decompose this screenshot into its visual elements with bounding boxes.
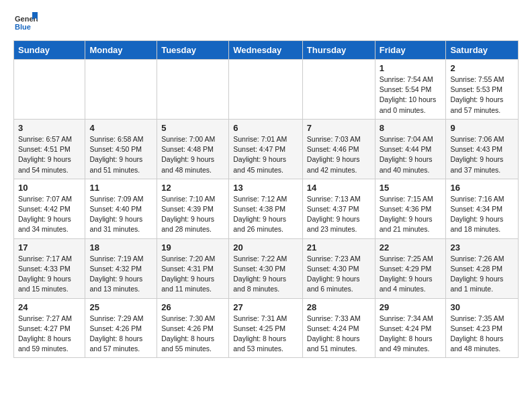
calendar-cell: [157, 60, 229, 120]
day-info: Sunrise: 7:26 AM Sunset: 4:28 PM Dayligh…: [450, 254, 514, 295]
day-number: 28: [307, 302, 371, 312]
weekday-header-saturday: Saturday: [446, 41, 519, 60]
calendar-cell: 12Sunrise: 7:10 AM Sunset: 4:39 PM Dayli…: [157, 179, 229, 238]
calendar-cell: 7Sunrise: 7:03 AM Sunset: 4:46 PM Daylig…: [302, 119, 375, 179]
calendar-cell: 22Sunrise: 7:25 AM Sunset: 4:29 PM Dayli…: [375, 238, 446, 298]
weekday-header-thursday: Thursday: [302, 41, 375, 60]
calendar-cell: 3Sunrise: 6:57 AM Sunset: 4:51 PM Daylig…: [14, 119, 85, 179]
calendar-cell: 30Sunrise: 7:35 AM Sunset: 4:23 PM Dayli…: [446, 298, 519, 358]
calendar-cell: 6Sunrise: 7:01 AM Sunset: 4:47 PM Daylig…: [229, 119, 303, 179]
calendar: SundayMondayTuesdayWednesdayThursdayFrid…: [13, 40, 519, 358]
calendar-cell: 11Sunrise: 7:09 AM Sunset: 4:40 PM Dayli…: [85, 179, 157, 238]
day-info: Sunrise: 7:15 AM Sunset: 4:36 PM Dayligh…: [380, 194, 442, 235]
day-number: 16: [450, 183, 514, 193]
day-number: 4: [89, 123, 152, 133]
weekday-header-friday: Friday: [375, 41, 446, 60]
day-number: 3: [18, 123, 81, 133]
day-number: 24: [18, 302, 81, 312]
day-info: Sunrise: 7:25 AM Sunset: 4:29 PM Dayligh…: [380, 254, 442, 295]
calendar-week-4: 17Sunrise: 7:17 AM Sunset: 4:33 PM Dayli…: [14, 238, 519, 298]
day-info: Sunrise: 7:16 AM Sunset: 4:34 PM Dayligh…: [450, 194, 514, 235]
calendar-cell: 4Sunrise: 6:58 AM Sunset: 4:50 PM Daylig…: [85, 119, 157, 179]
calendar-cell: 5Sunrise: 7:00 AM Sunset: 4:48 PM Daylig…: [157, 119, 229, 179]
day-info: Sunrise: 7:13 AM Sunset: 4:37 PM Dayligh…: [307, 194, 371, 235]
day-number: 20: [233, 242, 298, 253]
day-info: Sunrise: 7:07 AM Sunset: 4:42 PM Dayligh…: [18, 194, 81, 235]
calendar-cell: [229, 60, 303, 120]
day-number: 18: [89, 242, 152, 253]
day-number: 11: [89, 183, 152, 193]
weekday-header-monday: Monday: [85, 41, 157, 60]
calendar-cell: 16Sunrise: 7:16 AM Sunset: 4:34 PM Dayli…: [446, 179, 519, 238]
day-info: Sunrise: 7:20 AM Sunset: 4:31 PM Dayligh…: [161, 254, 224, 295]
day-number: 5: [161, 123, 224, 133]
day-number: 9: [450, 123, 514, 133]
calendar-cell: 21Sunrise: 7:23 AM Sunset: 4:30 PM Dayli…: [302, 238, 375, 298]
calendar-week-5: 24Sunrise: 7:27 AM Sunset: 4:27 PM Dayli…: [14, 298, 519, 358]
day-number: 1: [380, 63, 442, 73]
day-number: 12: [161, 183, 224, 193]
day-number: 21: [307, 242, 371, 253]
day-info: Sunrise: 7:33 AM Sunset: 4:24 PM Dayligh…: [307, 314, 371, 355]
day-number: 14: [307, 183, 371, 193]
logo: General Blue: [13, 11, 40, 35]
day-info: Sunrise: 7:17 AM Sunset: 4:33 PM Dayligh…: [18, 254, 81, 295]
weekday-header-row: SundayMondayTuesdayWednesdayThursdayFrid…: [14, 41, 519, 60]
day-info: Sunrise: 7:09 AM Sunset: 4:40 PM Dayligh…: [89, 194, 152, 235]
day-info: Sunrise: 7:04 AM Sunset: 4:44 PM Dayligh…: [380, 134, 442, 175]
day-info: Sunrise: 7:29 AM Sunset: 4:26 PM Dayligh…: [89, 314, 152, 355]
calendar-cell: 1Sunrise: 7:54 AM Sunset: 5:54 PM Daylig…: [375, 60, 446, 120]
day-number: 8: [380, 123, 442, 133]
day-number: 25: [89, 302, 152, 312]
calendar-cell: 23Sunrise: 7:26 AM Sunset: 4:28 PM Dayli…: [446, 238, 519, 298]
day-info: Sunrise: 7:31 AM Sunset: 4:25 PM Dayligh…: [233, 314, 298, 355]
day-info: Sunrise: 7:01 AM Sunset: 4:47 PM Dayligh…: [233, 134, 298, 175]
weekday-header-tuesday: Tuesday: [157, 41, 229, 60]
calendar-cell: [14, 60, 85, 120]
calendar-cell: 27Sunrise: 7:31 AM Sunset: 4:25 PM Dayli…: [229, 298, 303, 358]
weekday-header-wednesday: Wednesday: [229, 41, 303, 60]
day-info: Sunrise: 7:27 AM Sunset: 4:27 PM Dayligh…: [18, 314, 81, 355]
day-info: Sunrise: 7:12 AM Sunset: 4:38 PM Dayligh…: [233, 194, 298, 235]
weekday-header-sunday: Sunday: [14, 41, 85, 60]
calendar-cell: 9Sunrise: 7:06 AM Sunset: 4:43 PM Daylig…: [446, 119, 519, 179]
day-info: Sunrise: 7:06 AM Sunset: 4:43 PM Dayligh…: [450, 134, 514, 175]
day-number: 17: [18, 242, 81, 253]
day-info: Sunrise: 7:10 AM Sunset: 4:39 PM Dayligh…: [161, 194, 224, 235]
calendar-week-1: 1Sunrise: 7:54 AM Sunset: 5:54 PM Daylig…: [14, 60, 519, 120]
calendar-cell: 8Sunrise: 7:04 AM Sunset: 4:44 PM Daylig…: [375, 119, 446, 179]
calendar-cell: 26Sunrise: 7:30 AM Sunset: 4:26 PM Dayli…: [157, 298, 229, 358]
day-number: 30: [450, 302, 514, 312]
day-number: 10: [18, 183, 81, 193]
calendar-cell: 14Sunrise: 7:13 AM Sunset: 4:37 PM Dayli…: [302, 179, 375, 238]
day-number: 29: [380, 302, 442, 312]
calendar-cell: 10Sunrise: 7:07 AM Sunset: 4:42 PM Dayli…: [14, 179, 85, 238]
day-number: 23: [450, 242, 514, 253]
day-info: Sunrise: 7:30 AM Sunset: 4:26 PM Dayligh…: [161, 314, 224, 355]
day-info: Sunrise: 7:54 AM Sunset: 5:54 PM Dayligh…: [380, 75, 442, 116]
day-info: Sunrise: 7:22 AM Sunset: 4:30 PM Dayligh…: [233, 254, 298, 295]
day-number: 2: [450, 63, 514, 73]
day-number: 7: [307, 123, 371, 133]
day-number: 22: [380, 242, 442, 253]
calendar-cell: [302, 60, 375, 120]
day-info: Sunrise: 6:58 AM Sunset: 4:50 PM Dayligh…: [89, 134, 152, 175]
day-info: Sunrise: 7:19 AM Sunset: 4:32 PM Dayligh…: [89, 254, 152, 295]
calendar-cell: 17Sunrise: 7:17 AM Sunset: 4:33 PM Dayli…: [14, 238, 85, 298]
calendar-cell: 25Sunrise: 7:29 AM Sunset: 4:26 PM Dayli…: [85, 298, 157, 358]
page: General Blue SundayMondayTuesdayWednesda…: [0, 0, 532, 369]
day-info: Sunrise: 7:00 AM Sunset: 4:48 PM Dayligh…: [161, 134, 224, 175]
calendar-cell: 24Sunrise: 7:27 AM Sunset: 4:27 PM Dayli…: [14, 298, 85, 358]
calendar-cell: 18Sunrise: 7:19 AM Sunset: 4:32 PM Dayli…: [85, 238, 157, 298]
day-number: 13: [233, 183, 298, 193]
day-info: Sunrise: 7:23 AM Sunset: 4:30 PM Dayligh…: [307, 254, 371, 295]
day-info: Sunrise: 7:03 AM Sunset: 4:46 PM Dayligh…: [307, 134, 371, 175]
calendar-cell: 20Sunrise: 7:22 AM Sunset: 4:30 PM Dayli…: [229, 238, 303, 298]
day-number: 26: [161, 302, 224, 312]
day-info: Sunrise: 7:35 AM Sunset: 4:23 PM Dayligh…: [450, 314, 514, 355]
calendar-cell: 28Sunrise: 7:33 AM Sunset: 4:24 PM Dayli…: [302, 298, 375, 358]
day-info: Sunrise: 7:55 AM Sunset: 5:53 PM Dayligh…: [450, 75, 514, 116]
day-number: 27: [233, 302, 298, 312]
day-info: Sunrise: 7:34 AM Sunset: 4:24 PM Dayligh…: [380, 314, 442, 355]
day-number: 19: [161, 242, 224, 253]
